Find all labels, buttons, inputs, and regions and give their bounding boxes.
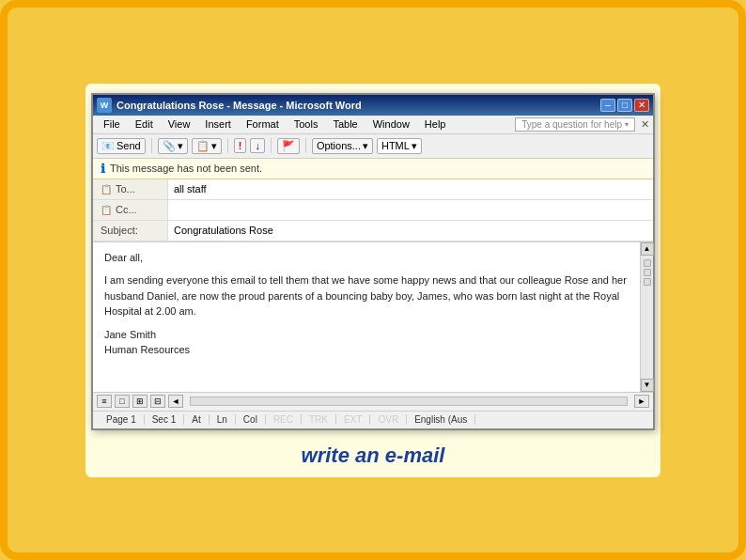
scroll-dot-3 xyxy=(644,278,651,286)
options-dropdown-arrow[interactable]: ▾ xyxy=(363,140,368,152)
header-fields: 📋 To... all staff 📋 Cc... Subject: xyxy=(93,179,653,242)
format-label: HTML xyxy=(381,140,410,151)
menu-view[interactable]: View xyxy=(162,117,197,132)
scroll-left-button[interactable]: ◄ xyxy=(168,395,183,408)
format-dropdown[interactable]: HTML ▾ xyxy=(377,138,422,154)
status-lang: English (Aus xyxy=(407,414,475,425)
email-body[interactable]: Dear all, I am sending everyone this ema… xyxy=(93,242,640,392)
maximize-button[interactable]: □ xyxy=(617,99,632,112)
status-sec: Sec 1 xyxy=(145,414,185,425)
status-page: Page 1 xyxy=(99,414,145,425)
subject-value-field[interactable]: Congratulations Rose xyxy=(168,221,653,241)
menu-insert[interactable]: Insert xyxy=(198,117,238,132)
format-dropdown-arrow[interactable]: ▾ xyxy=(412,140,417,152)
status-ovr: OVR xyxy=(370,414,407,425)
status-trk: TRK xyxy=(302,414,336,425)
addressbook-icon: 📋 xyxy=(196,140,210,152)
toolbar-separator-1 xyxy=(151,138,152,153)
status-bar: Page 1 Sec 1 At Ln Col REC TRK EXT OVR E… xyxy=(93,412,653,428)
options-label: Options... xyxy=(317,140,361,151)
close-button[interactable]: ✕ xyxy=(634,99,649,112)
attachment-dropdown[interactable]: ▾ xyxy=(178,140,183,152)
view-btn-3[interactable]: ⊞ xyxy=(132,395,148,408)
vertical-scrollbar: ▲ ▼ xyxy=(640,242,653,392)
menu-table[interactable]: Table xyxy=(326,117,364,132)
body-salutation: Dear all, xyxy=(104,250,629,266)
view-btn-2[interactable]: □ xyxy=(115,395,130,408)
body-signature-name: Jane Smith xyxy=(104,327,629,343)
send-label: Send xyxy=(117,140,141,151)
info-message: This message has not been sent. xyxy=(110,163,262,174)
scroll-right-button[interactable]: ► xyxy=(634,395,649,408)
help-search-placeholder: Type a question for help xyxy=(521,119,622,130)
body-main-text: I am sending everyone this email to tell… xyxy=(104,272,629,319)
menu-format[interactable]: Format xyxy=(240,117,286,132)
priority-high-button[interactable]: ! xyxy=(234,138,247,153)
scroll-dot-2 xyxy=(644,269,651,276)
word-window: W Congratulations Rose - Message - Micro… xyxy=(91,93,655,430)
options-button[interactable]: Options... ▾ xyxy=(312,138,373,154)
status-ext: EXT xyxy=(336,414,370,425)
caption: write an e-mail xyxy=(302,443,445,468)
flag-button[interactable]: 🚩 xyxy=(277,138,300,154)
menu-file[interactable]: File xyxy=(97,117,127,132)
status-at: At xyxy=(184,414,209,425)
view-btn-1[interactable]: ≡ xyxy=(97,395,112,408)
scroll-indicators xyxy=(641,256,653,289)
menu-bar: File Edit View Insert Format Tools Table… xyxy=(93,116,653,134)
attachment-icon: 📎 xyxy=(163,140,176,152)
cc-field-row: 📋 Cc... xyxy=(93,200,653,221)
status-rec: REC xyxy=(266,414,302,425)
to-field-row: 📋 To... all staff xyxy=(93,179,653,200)
menu-window[interactable]: Window xyxy=(366,117,416,132)
attachment-button[interactable]: 📎 ▾ xyxy=(158,138,188,154)
info-icon: ℹ xyxy=(101,162,105,176)
horizontal-scrollbar[interactable] xyxy=(190,397,628,406)
addressbook-button[interactable]: 📋 ▾ xyxy=(192,138,222,154)
help-dropdown-arrow[interactable]: ▾ xyxy=(625,120,629,129)
email-body-wrapper: Dear all, I am sending everyone this ema… xyxy=(93,242,653,393)
status-ln: Ln xyxy=(210,414,236,425)
priority-high-icon: ! xyxy=(239,140,242,151)
window-title: Congratulations Rose - Message - Microso… xyxy=(117,100,362,111)
scroll-down-button[interactable]: ▼ xyxy=(641,379,654,392)
priority-low-button[interactable]: ↓ xyxy=(250,138,265,153)
scroll-up-button[interactable]: ▲ xyxy=(641,242,654,256)
body-signature-dept: Human Resources xyxy=(104,342,629,358)
view-btn-4[interactable]: ⊟ xyxy=(150,395,165,408)
cc-icon: 📋 xyxy=(101,205,112,215)
addressbook-dropdown[interactable]: ▾ xyxy=(211,140,217,152)
scroll-dot-1 xyxy=(644,259,651,267)
to-value-field[interactable]: all staff xyxy=(168,179,653,199)
outer-frame: W Congratulations Rose - Message - Micro… xyxy=(82,80,664,481)
flag-icon: 🚩 xyxy=(282,140,295,152)
title-bar: W Congratulations Rose - Message - Micro… xyxy=(93,95,653,116)
menu-tools[interactable]: Tools xyxy=(288,117,325,132)
bottom-toolbar: ≡ □ ⊞ ⊟ ◄ ► xyxy=(93,393,653,412)
send-icon: 📧 xyxy=(101,140,115,152)
info-bar: ℹ This message has not been sent. xyxy=(93,159,653,179)
title-bar-buttons: – □ ✕ xyxy=(600,99,649,112)
priority-low-icon: ↓ xyxy=(255,140,260,151)
status-col: Col xyxy=(236,414,266,425)
cc-value-field[interactable] xyxy=(168,200,653,220)
help-search-box[interactable]: Type a question for help ▾ xyxy=(515,117,635,132)
cc-label: 📋 Cc... xyxy=(93,200,168,220)
send-button[interactable]: 📧 Send xyxy=(97,138,146,154)
toolbar-separator-4 xyxy=(305,138,306,153)
toolbar-separator-2 xyxy=(227,138,228,153)
subject-label: Subject: xyxy=(93,221,168,241)
menu-edit[interactable]: Edit xyxy=(129,117,160,132)
minimize-button[interactable]: – xyxy=(600,99,615,112)
menu-close-icon[interactable]: ✕ xyxy=(641,118,649,131)
title-bar-left: W Congratulations Rose - Message - Micro… xyxy=(97,98,362,113)
to-label: 📋 To... xyxy=(93,179,168,199)
scroll-track[interactable] xyxy=(641,256,653,379)
to-icon: 📋 xyxy=(101,184,112,194)
subject-field-row: Subject: Congratulations Rose xyxy=(93,221,653,241)
menu-help[interactable]: Help xyxy=(418,117,453,132)
toolbar-separator-3 xyxy=(271,138,272,153)
toolbar: 📧 Send 📎 ▾ 📋 ▾ ! ↓ 🚩 xyxy=(93,134,653,159)
app-icon: W xyxy=(97,98,112,113)
